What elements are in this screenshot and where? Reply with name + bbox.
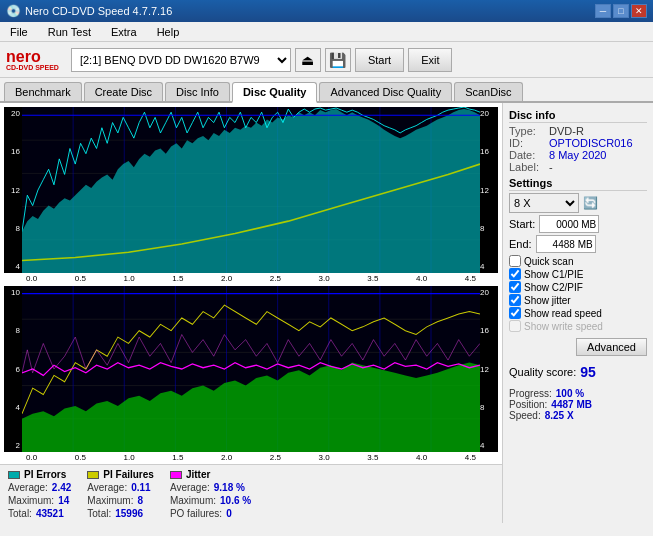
speed-label: Speed: (509, 410, 541, 421)
y-label-r20: 20 (480, 109, 496, 118)
start-button[interactable]: Start (355, 48, 404, 72)
menu-file[interactable]: File (4, 24, 34, 40)
end-mb-label: End: (509, 238, 532, 250)
pi-failures-legend: PI Failures Average: 0.11 Maximum: 8 Tot… (87, 469, 154, 519)
disc-label-label: Label: (509, 161, 545, 173)
menu-help[interactable]: Help (151, 24, 186, 40)
show-read-speed-label: Show read speed (524, 308, 602, 319)
y-label-20: 20 (4, 109, 20, 118)
titlebar-controls: ─ □ ✕ (595, 4, 647, 18)
x-label-2.0: 2.0 (221, 274, 232, 283)
start-mb-label: Start: (509, 218, 535, 230)
show-c2pif-label: Show C2/PIF (524, 282, 583, 293)
pi-errors-avg: Average: 2.42 (8, 482, 71, 493)
show-c2pif-checkbox[interactable] (509, 281, 521, 293)
x-label-2.5: 2.5 (270, 274, 281, 283)
close-button[interactable]: ✕ (631, 4, 647, 18)
x2-label-3.0: 3.0 (319, 453, 330, 462)
minimize-button[interactable]: ─ (595, 4, 611, 18)
pi-failures-label: PI Failures (103, 469, 154, 480)
titlebar-left: 💿 Nero CD-DVD Speed 4.7.7.16 (6, 4, 172, 18)
chart2-y-axis-left: 10 8 6 4 2 (4, 286, 22, 452)
jitter-header: Jitter (170, 469, 251, 480)
disc-id-label: ID: (509, 137, 545, 149)
chart1-y-axis-right: 20 16 12 8 4 (480, 107, 498, 273)
disc-type-label: Type: (509, 125, 545, 137)
show-jitter-checkbox[interactable] (509, 294, 521, 306)
start-mb-input[interactable] (539, 215, 599, 233)
maximize-button[interactable]: □ (613, 4, 629, 18)
save-icon[interactable]: 💾 (325, 48, 351, 72)
progress-label: Progress: (509, 388, 552, 399)
y2-label-2: 2 (4, 441, 20, 450)
progress-section: Progress: 100 % Position: 4487 MB Speed:… (509, 388, 647, 421)
show-read-speed-checkbox[interactable] (509, 307, 521, 319)
y-label-r8: 8 (480, 224, 496, 233)
tab-scandisc[interactable]: ScanDisc (454, 82, 522, 101)
tab-create-disc[interactable]: Create Disc (84, 82, 163, 101)
exit-button[interactable]: Exit (408, 48, 452, 72)
tabs: Benchmark Create Disc Disc Info Disc Qua… (0, 78, 653, 103)
jitter-avg: Average: 9.18 % (170, 482, 251, 493)
jitter-label: Jitter (186, 469, 210, 480)
y2-label-10: 10 (4, 288, 20, 297)
disc-date-label: Date: (509, 149, 545, 161)
tab-disc-info[interactable]: Disc Info (165, 82, 230, 101)
quality-section: Quality score: 95 (509, 364, 647, 380)
legend-stats: PI Errors Average: 2.42 Maximum: 14 Tota… (0, 464, 502, 523)
pi-failures-max: Maximum: 8 (87, 495, 154, 506)
pi-errors-max: Maximum: 14 (8, 495, 71, 506)
disc-label-value: - (549, 161, 553, 173)
x-label-4.5: 4.5 (465, 274, 476, 283)
x-label-4.0: 4.0 (416, 274, 427, 283)
tab-benchmark[interactable]: Benchmark (4, 82, 82, 101)
titlebar: 💿 Nero CD-DVD Speed 4.7.7.16 ─ □ ✕ (0, 0, 653, 22)
progress-row: Progress: 100 % (509, 388, 647, 399)
x2-label-4.0: 4.0 (416, 453, 427, 462)
jitter-max: Maximum: 10.6 % (170, 495, 251, 506)
show-read-speed-row: Show read speed (509, 307, 647, 319)
advanced-button[interactable]: Advanced (576, 338, 647, 356)
x2-label-2.0: 2.0 (221, 453, 232, 462)
show-write-speed-label: Show write speed (524, 321, 603, 332)
y-label-12: 12 (4, 186, 20, 195)
tab-advanced-disc-quality[interactable]: Advanced Disc Quality (319, 82, 452, 101)
show-c1pie-row: Show C1/PIE (509, 268, 647, 280)
pi-failures-header: PI Failures (87, 469, 154, 480)
pi-errors-label: PI Errors (24, 469, 66, 480)
tab-disc-quality[interactable]: Disc Quality (232, 82, 318, 103)
app-title: Nero CD-DVD Speed 4.7.7.16 (25, 5, 172, 17)
eject-icon[interactable]: ⏏ (295, 48, 321, 72)
y2-label-8: 8 (4, 326, 20, 335)
x-label-3.0: 3.0 (319, 274, 330, 283)
quick-scan-checkbox[interactable] (509, 255, 521, 267)
app-icon: 💿 (6, 4, 21, 18)
y-label-8: 8 (4, 224, 20, 233)
speed-row: Speed: 8.25 X (509, 410, 647, 421)
pi-errors-header: PI Errors (8, 469, 71, 480)
position-label: Position: (509, 399, 547, 410)
show-c1pie-checkbox[interactable] (509, 268, 521, 280)
disc-info-section: Disc info Type: DVD-R ID: OPTODISCR016 D… (509, 109, 647, 173)
menu-run-test[interactable]: Run Test (42, 24, 97, 40)
speed-selector[interactable]: 8 X (509, 193, 579, 213)
end-mb-input[interactable] (536, 235, 596, 253)
chart2-x-axis: 0.0 0.5 1.0 1.5 2.0 2.5 3.0 3.5 4.0 4.5 (4, 453, 498, 462)
disc-type-value: DVD-R (549, 125, 584, 137)
drive-selector[interactable]: [2:1] BENQ DVD DD DW1620 B7W9 (71, 48, 291, 72)
menu-extra[interactable]: Extra (105, 24, 143, 40)
y-label-4: 4 (4, 262, 20, 271)
pi-failures-color (87, 471, 99, 479)
speed-setting: 8 X 🔄 (509, 193, 647, 213)
refresh-icon[interactable]: 🔄 (583, 196, 598, 210)
y2-label-4: 4 (4, 403, 20, 412)
show-c1pie-label: Show C1/PIE (524, 269, 583, 280)
menubar: File Run Test Extra Help (0, 22, 653, 42)
x2-label-0.0: 0.0 (26, 453, 37, 462)
progress-value: 100 % (556, 388, 584, 399)
show-write-speed-checkbox[interactable] (509, 320, 521, 332)
y-label-r4: 4 (480, 262, 496, 271)
jitter-color (170, 471, 182, 479)
main-content: 20 16 12 8 4 20 16 12 8 4 0.0 0.5 1.0 1.… (0, 103, 653, 523)
y2-label-r16: 16 (480, 326, 496, 335)
